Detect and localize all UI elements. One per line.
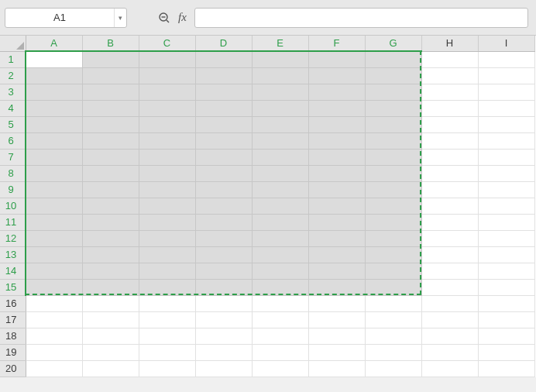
column-header[interactable]: G [365,36,421,51]
cell[interactable] [82,116,139,132]
cell[interactable] [195,51,252,67]
cell[interactable] [252,214,308,230]
cell[interactable] [26,360,82,377]
cell[interactable] [365,246,421,263]
cell[interactable] [365,67,421,84]
cell[interactable] [139,132,195,149]
column-header[interactable]: A [26,36,82,51]
cell[interactable] [421,51,478,67]
cell[interactable] [82,149,139,165]
cell[interactable] [195,360,252,377]
cell[interactable] [478,181,534,198]
chevron-down-icon[interactable]: ▾ [114,9,126,27]
cell[interactable] [421,84,478,100]
cell[interactable] [421,328,478,344]
zoom-out-icon[interactable] [158,12,170,24]
cell[interactable] [82,67,139,84]
cell[interactable] [308,181,365,198]
cell[interactable] [478,116,534,132]
row-header[interactable]: 11 [0,214,26,230]
cell[interactable] [365,311,421,328]
cell[interactable] [26,311,82,328]
cell[interactable] [478,84,534,100]
cell[interactable] [82,295,139,311]
cell[interactable] [26,116,82,132]
cell[interactable] [478,328,534,344]
cell[interactable] [421,344,478,360]
cell[interactable] [252,311,308,328]
cell[interactable] [139,67,195,84]
column-header[interactable]: D [195,36,252,51]
cell[interactable] [365,344,421,360]
cell[interactable] [308,214,365,230]
name-box[interactable]: A1 ▾ [5,8,127,28]
cell[interactable] [195,246,252,263]
cell[interactable] [365,181,421,198]
cell[interactable] [365,360,421,377]
cell[interactable] [478,165,534,181]
cell[interactable] [252,295,308,311]
cell[interactable] [478,67,534,84]
cell[interactable] [252,360,308,377]
cell[interactable] [421,198,478,214]
cell[interactable] [82,360,139,377]
cell[interactable] [139,263,195,279]
column-header[interactable]: I [478,36,534,51]
cell[interactable] [139,360,195,377]
cell[interactable] [478,214,534,230]
cell[interactable] [308,116,365,132]
cell[interactable] [421,360,478,377]
formula-bar-input[interactable] [194,8,528,28]
cell[interactable] [252,51,308,67]
cell[interactable] [478,246,534,263]
cell[interactable] [478,230,534,246]
cell[interactable] [252,230,308,246]
cell[interactable] [308,165,365,181]
cell[interactable] [421,67,478,84]
cell[interactable] [139,149,195,165]
row-header[interactable]: 4 [0,100,26,116]
cell[interactable] [365,84,421,100]
row-header[interactable]: 9 [0,181,26,198]
cell[interactable] [139,214,195,230]
column-header[interactable]: B [82,36,139,51]
column-header[interactable]: H [421,36,478,51]
cell[interactable] [82,344,139,360]
cell[interactable] [421,230,478,246]
cell[interactable] [26,165,82,181]
cell[interactable] [478,100,534,116]
cell[interactable] [195,67,252,84]
cell[interactable] [82,181,139,198]
cell[interactable] [478,295,534,311]
cell[interactable] [195,181,252,198]
row-header[interactable]: 19 [0,344,26,360]
cell[interactable] [195,149,252,165]
cell[interactable] [26,198,82,214]
cell[interactable] [308,311,365,328]
cell[interactable] [421,132,478,149]
cell[interactable] [421,116,478,132]
cell[interactable] [195,116,252,132]
cell[interactable] [252,181,308,198]
cell[interactable] [195,263,252,279]
cell[interactable] [365,295,421,311]
cell[interactable] [82,230,139,246]
cell[interactable] [82,328,139,344]
row-header[interactable]: 14 [0,263,26,279]
cell[interactable] [252,132,308,149]
cell[interactable] [26,344,82,360]
cell[interactable] [308,328,365,344]
row-header[interactable]: 18 [0,328,26,344]
cell[interactable] [26,214,82,230]
cell[interactable] [421,165,478,181]
cell[interactable] [26,84,82,100]
cell[interactable] [421,181,478,198]
cell[interactable] [308,149,365,165]
cell[interactable] [365,230,421,246]
cell[interactable] [308,230,365,246]
cell[interactable] [82,311,139,328]
cell[interactable] [365,279,421,295]
cell[interactable] [26,328,82,344]
cell[interactable] [365,100,421,116]
cell[interactable] [26,230,82,246]
